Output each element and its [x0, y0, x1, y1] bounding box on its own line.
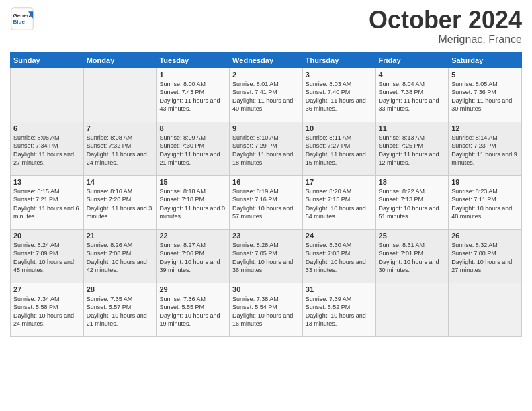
calendar-cell: 26Sunrise: 8:32 AMSunset: 7:00 PMDayligh…: [449, 229, 522, 283]
day-info: Sunrise: 8:00 AMSunset: 7:43 PMDaylight:…: [159, 80, 226, 113]
day-header-friday: Friday: [375, 52, 449, 68]
calendar-cell: 19Sunrise: 8:23 AMSunset: 7:11 PMDayligh…: [449, 175, 522, 229]
day-number: 4: [379, 71, 446, 79]
calendar-cell: 17Sunrise: 8:20 AMSunset: 7:15 PMDayligh…: [302, 175, 375, 229]
day-header-sunday: Sunday: [11, 52, 84, 68]
calendar-cell: 5Sunrise: 8:05 AMSunset: 7:36 PMDaylight…: [449, 68, 522, 122]
day-number: 14: [87, 178, 154, 186]
page-header: General Blue October 2024 Merignac, Fran…: [10, 7, 522, 46]
day-info: Sunrise: 8:16 AMSunset: 7:20 PMDaylight:…: [87, 187, 154, 221]
calendar-cell: 7Sunrise: 8:08 AMSunset: 7:32 PMDaylight…: [83, 122, 157, 175]
day-header-wednesday: Wednesday: [230, 52, 303, 68]
day-info: Sunrise: 8:31 AMSunset: 7:01 PMDaylight:…: [379, 241, 446, 275]
day-info: Sunrise: 8:18 AMSunset: 7:18 PMDaylight:…: [159, 187, 226, 221]
day-info: Sunrise: 8:32 AMSunset: 7:00 PMDaylight:…: [451, 241, 519, 275]
day-number: 10: [306, 124, 373, 132]
calendar-cell: 10Sunrise: 8:11 AMSunset: 7:27 PMDayligh…: [302, 122, 375, 175]
day-number: 12: [451, 124, 519, 132]
day-header-monday: Monday: [83, 52, 157, 68]
calendar-cell: 15Sunrise: 8:18 AMSunset: 7:18 PMDayligh…: [157, 175, 230, 229]
calendar-cell: [375, 283, 449, 336]
day-header-tuesday: Tuesday: [157, 52, 230, 68]
calendar-cell: 21Sunrise: 8:26 AMSunset: 7:08 PMDayligh…: [83, 229, 157, 283]
day-number: 2: [232, 71, 300, 79]
day-info: Sunrise: 8:03 AMSunset: 7:40 PMDaylight:…: [306, 80, 373, 113]
day-number: 15: [159, 178, 226, 186]
day-info: Sunrise: 8:13 AMSunset: 7:25 PMDaylight:…: [379, 134, 446, 167]
day-info: Sunrise: 8:06 AMSunset: 7:34 PMDaylight:…: [13, 134, 81, 167]
day-info: Sunrise: 8:10 AMSunset: 7:29 PMDaylight:…: [232, 134, 300, 167]
day-number: 11: [379, 124, 446, 132]
day-info: Sunrise: 8:15 AMSunset: 7:21 PMDaylight:…: [13, 187, 81, 221]
calendar-cell: 27Sunrise: 7:34 AMSunset: 5:58 PMDayligh…: [11, 283, 84, 336]
day-number: 19: [451, 178, 519, 186]
day-info: Sunrise: 8:01 AMSunset: 7:41 PMDaylight:…: [232, 80, 300, 113]
day-number: 27: [13, 285, 81, 293]
day-number: 25: [379, 232, 446, 240]
calendar-cell: 20Sunrise: 8:24 AMSunset: 7:09 PMDayligh…: [11, 229, 84, 283]
calendar-cell: 3Sunrise: 8:03 AMSunset: 7:40 PMDaylight…: [302, 68, 375, 122]
day-info: Sunrise: 8:14 AMSunset: 7:23 PMDaylight:…: [451, 134, 519, 167]
calendar-week-row: 13Sunrise: 8:15 AMSunset: 7:21 PMDayligh…: [11, 175, 522, 229]
calendar-cell: 12Sunrise: 8:14 AMSunset: 7:23 PMDayligh…: [449, 122, 522, 175]
calendar-cell: 25Sunrise: 8:31 AMSunset: 7:01 PMDayligh…: [375, 229, 449, 283]
day-number: 31: [306, 285, 373, 293]
day-number: 22: [159, 232, 226, 240]
calendar-cell: 1Sunrise: 8:00 AMSunset: 7:43 PMDaylight…: [157, 68, 230, 122]
logo-icon: General Blue: [10, 7, 34, 31]
day-number: 13: [13, 178, 81, 186]
calendar-cell: 4Sunrise: 8:04 AMSunset: 7:38 PMDaylight…: [375, 68, 449, 122]
calendar-cell: 14Sunrise: 8:16 AMSunset: 7:20 PMDayligh…: [83, 175, 157, 229]
day-number: 5: [451, 71, 519, 79]
day-info: Sunrise: 8:08 AMSunset: 7:32 PMDaylight:…: [87, 134, 154, 167]
day-number: 8: [159, 124, 226, 132]
logo: General Blue: [10, 7, 36, 31]
calendar-cell: 6Sunrise: 8:06 AMSunset: 7:34 PMDaylight…: [11, 122, 84, 175]
day-info: Sunrise: 8:04 AMSunset: 7:38 PMDaylight:…: [379, 80, 446, 113]
day-info: Sunrise: 8:22 AMSunset: 7:13 PMDaylight:…: [379, 187, 446, 221]
calendar-cell: 18Sunrise: 8:22 AMSunset: 7:13 PMDayligh…: [375, 175, 449, 229]
calendar-cell: 9Sunrise: 8:10 AMSunset: 7:29 PMDaylight…: [230, 122, 303, 175]
day-number: 18: [379, 178, 446, 186]
day-info: Sunrise: 7:38 AMSunset: 5:54 PMDaylight:…: [232, 295, 300, 328]
calendar-cell: [83, 68, 157, 122]
day-info: Sunrise: 8:11 AMSunset: 7:27 PMDaylight:…: [306, 134, 373, 167]
day-number: 6: [13, 124, 81, 132]
day-info: Sunrise: 8:19 AMSunset: 7:16 PMDaylight:…: [232, 187, 300, 221]
calendar-cell: 30Sunrise: 7:38 AMSunset: 5:54 PMDayligh…: [230, 283, 303, 336]
day-header-thursday: Thursday: [302, 52, 375, 68]
day-header-saturday: Saturday: [449, 52, 522, 68]
day-info: Sunrise: 8:20 AMSunset: 7:15 PMDaylight:…: [306, 187, 373, 221]
day-number: 16: [232, 178, 300, 186]
day-number: 1: [159, 71, 226, 79]
day-info: Sunrise: 7:34 AMSunset: 5:58 PMDaylight:…: [13, 295, 81, 328]
calendar-cell: [11, 68, 84, 122]
day-number: 20: [13, 232, 81, 240]
calendar-cell: 16Sunrise: 8:19 AMSunset: 7:16 PMDayligh…: [230, 175, 303, 229]
day-number: 3: [306, 71, 373, 79]
title-block: October 2024 Merignac, France: [369, 7, 522, 46]
day-info: Sunrise: 8:30 AMSunset: 7:03 PMDaylight:…: [306, 241, 373, 275]
calendar-header-row: SundayMondayTuesdayWednesdayThursdayFrid…: [11, 52, 522, 68]
day-info: Sunrise: 8:27 AMSunset: 7:06 PMDaylight:…: [159, 241, 226, 275]
day-number: 21: [87, 232, 154, 240]
day-number: 30: [232, 285, 300, 293]
day-number: 29: [159, 285, 226, 293]
calendar-week-row: 27Sunrise: 7:34 AMSunset: 5:58 PMDayligh…: [11, 283, 522, 336]
month-title: October 2024: [369, 7, 522, 34]
calendar-cell: 22Sunrise: 8:27 AMSunset: 7:06 PMDayligh…: [157, 229, 230, 283]
day-number: 26: [451, 232, 519, 240]
day-number: 24: [306, 232, 373, 240]
day-info: Sunrise: 8:05 AMSunset: 7:36 PMDaylight:…: [451, 80, 519, 113]
calendar-week-row: 6Sunrise: 8:06 AMSunset: 7:34 PMDaylight…: [11, 122, 522, 175]
svg-text:Blue: Blue: [13, 19, 26, 25]
calendar-week-row: 1Sunrise: 8:00 AMSunset: 7:43 PMDaylight…: [11, 68, 522, 122]
day-number: 28: [87, 285, 154, 293]
day-number: 7: [87, 124, 154, 132]
day-number: 23: [232, 232, 300, 240]
day-number: 17: [306, 178, 373, 186]
day-number: 9: [232, 124, 300, 132]
day-info: Sunrise: 7:36 AMSunset: 5:55 PMDaylight:…: [159, 295, 226, 328]
day-info: Sunrise: 8:09 AMSunset: 7:30 PMDaylight:…: [159, 134, 226, 167]
day-info: Sunrise: 7:39 AMSunset: 5:52 PMDaylight:…: [306, 295, 373, 328]
